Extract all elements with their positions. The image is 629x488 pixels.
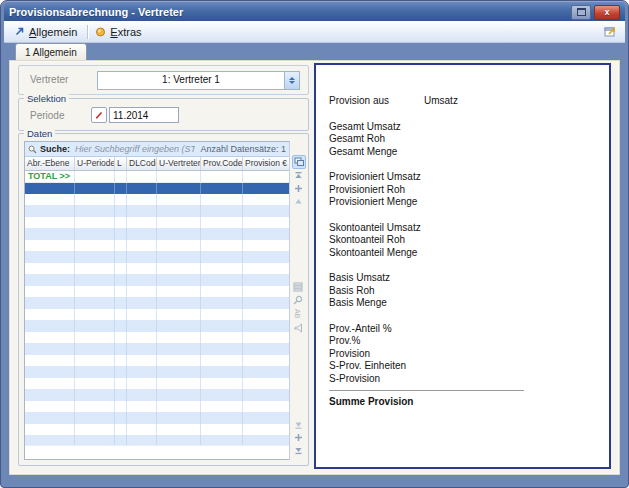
provision-detail-panel: Provision ausUmsatz Gesamt Umsatz Gesamt… — [314, 63, 611, 469]
svg-text:AB: AB — [294, 309, 301, 319]
detail-row: Skontoanteil Roh — [316, 234, 609, 247]
spin-down-icon — [289, 81, 295, 84]
detail-row: Provisioniert Menge — [316, 196, 609, 209]
detail-row: Skontoanteil Umsatz — [316, 222, 609, 235]
restore-icon — [577, 8, 586, 16]
daten-group-label: Daten — [24, 128, 55, 139]
spin-up-icon — [289, 77, 295, 80]
detail-row: Basis Menge — [316, 297, 609, 310]
grid-side-toolbar: AB — [290, 141, 305, 460]
add-row-icon[interactable] — [292, 431, 304, 443]
summary-row: Summe Provision — [316, 396, 609, 409]
selektion-group-label: Selektion — [24, 93, 69, 104]
detail-value: Umsatz — [424, 95, 458, 106]
detail-row: Provision — [316, 348, 609, 361]
detail-row: S-Prov. Einheiten — [316, 360, 609, 373]
detail-row: Provisioniert Roh — [316, 184, 609, 197]
edit-date-icon — [94, 110, 104, 120]
menu-separator — [87, 25, 88, 39]
detail-row: Gesamt Menge — [316, 146, 609, 159]
vertreter-value: 1: Vertreter 1 — [98, 72, 284, 89]
menu-label: Extras — [110, 26, 141, 38]
detail-row: S-Provision — [316, 373, 609, 386]
column-header[interactable]: U-Vertreter — [157, 157, 201, 170]
combobox-spinner[interactable] — [284, 72, 299, 89]
detail-row: Provision ausUmsatz — [316, 95, 609, 108]
data-grid: Suche: Anzahl Datensätze: 1 Abr.-Ebene U… — [24, 141, 290, 460]
close-window-button[interactable]: x — [594, 5, 620, 20]
vertreter-label: Vertreter — [30, 74, 68, 85]
summary-label: Summe Provision — [329, 396, 413, 407]
detail-row: Basis Roh — [316, 285, 609, 298]
column-chooser-icon[interactable] — [292, 155, 306, 169]
selektion-group: Selektion Periode — [18, 98, 309, 131]
tab-allgemein[interactable]: 1 Allgemein — [15, 43, 87, 60]
menu-item-allgemein[interactable]: Allgemein — [10, 24, 84, 40]
column-header[interactable]: DLCode — [127, 157, 157, 170]
content-area: Vertreter 1: Vertreter 1 Selektion Perio… — [9, 60, 620, 475]
total-cell: TOTAL >> — [25, 171, 75, 182]
menu-bar: Allgemein Extras — [4, 21, 625, 43]
table-row-selected[interactable] — [25, 183, 289, 194]
sort-ab-icon[interactable]: AB — [292, 308, 304, 320]
column-header[interactable]: Prov.Code — [201, 157, 243, 170]
filter-icon[interactable] — [292, 322, 304, 334]
record-count: Anzahl Datensätze: 1 — [200, 144, 286, 154]
detail-row: Skontoanteil Menge — [316, 247, 609, 260]
extras-icon — [95, 26, 106, 37]
title-bar: Provisionsabrechnung - Vertreter x — [4, 3, 625, 21]
summary-divider — [329, 390, 524, 391]
zoom-search-icon[interactable] — [292, 294, 304, 306]
scroll-to-top-icon[interactable] — [292, 169, 304, 181]
table-row-total[interactable]: TOTAL >> — [25, 171, 289, 183]
grid-search-bar: Suche: Anzahl Datensätze: 1 — [25, 142, 289, 157]
columns-view-icon[interactable] — [292, 281, 304, 293]
grid-footer — [25, 445, 289, 459]
grid-empty-area[interactable] — [25, 194, 289, 445]
detail-row: Provisioniert Umsatz — [316, 171, 609, 184]
scroll-to-bottom-icon[interactable] — [292, 444, 304, 456]
detail-row: Gesamt Roh — [316, 133, 609, 146]
export-icon[interactable] — [601, 24, 619, 39]
search-icon — [28, 145, 37, 154]
menu-label: Allgemein — [29, 26, 77, 38]
detail-row: Gesamt Umsatz — [316, 121, 609, 134]
grid-header-row: Abr.-Ebene U-Periode L DLCode U-Vertrete… — [25, 157, 289, 171]
column-header[interactable]: Abr.-Ebene — [25, 157, 75, 170]
restore-window-button[interactable] — [571, 5, 591, 20]
menu-item-extras[interactable]: Extras — [91, 24, 148, 40]
vertreter-combobox[interactable]: 1: Vertreter 1 — [97, 71, 300, 90]
detail-row: Basis Umsatz — [316, 272, 609, 285]
periode-picker-button[interactable] — [91, 107, 107, 123]
tab-band: 1 Allgemein — [4, 42, 625, 60]
search-input[interactable] — [73, 143, 197, 155]
scroll-down-icon[interactable] — [292, 418, 304, 430]
daten-group: Daten Suche: Anzahl Datensätze: 1 Abr — [18, 133, 309, 466]
column-header[interactable]: U-Periode — [75, 157, 115, 170]
arrow-up-right-icon — [14, 26, 25, 37]
detail-row: Prov.-Anteil % — [316, 323, 609, 336]
vertreter-group: Vertreter 1: Vertreter 1 — [18, 65, 309, 95]
window-title: Provisionsabrechnung - Vertreter — [9, 6, 568, 18]
detail-row: Prov.% — [316, 335, 609, 348]
periode-input[interactable] — [109, 107, 179, 123]
column-header[interactable]: Provision € — [243, 157, 289, 170]
focus-row-icon[interactable] — [292, 182, 304, 194]
scroll-up-icon[interactable] — [292, 195, 304, 207]
search-label: Suche: — [40, 144, 70, 154]
app-window: Provisionsabrechnung - Vertreter x Allge… — [0, 0, 629, 488]
periode-label: Periode — [30, 110, 64, 121]
column-header[interactable]: L — [115, 157, 127, 170]
